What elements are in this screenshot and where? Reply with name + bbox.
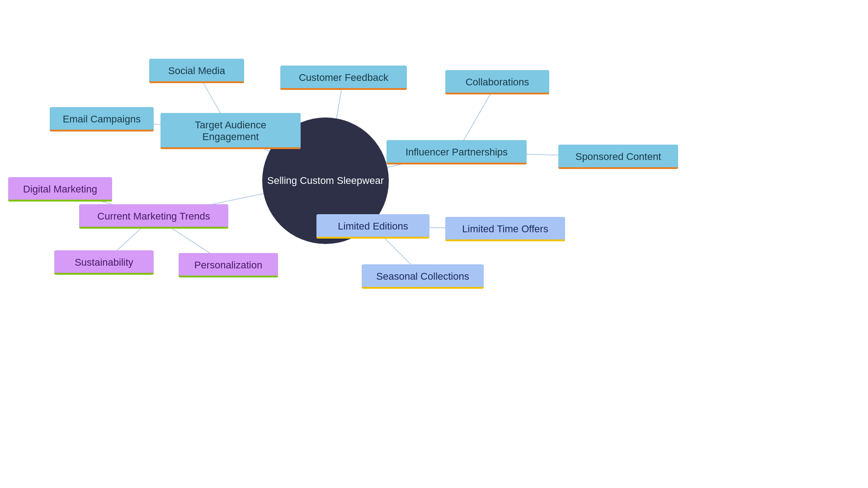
node-limited-editions[interactable]: Limited Editions: [316, 214, 429, 239]
node-label: Personalization: [194, 259, 262, 271]
node-label: Seasonal Collections: [376, 271, 469, 282]
node-limited-time-offers[interactable]: Limited Time Offers: [445, 217, 565, 241]
node-social-media[interactable]: Social Media: [149, 59, 244, 83]
node-target-audience[interactable]: Target Audience Engagement: [160, 113, 301, 149]
node-label: Influencer Partnerships: [406, 146, 508, 158]
center-label: Selling Custom Sleepwear: [267, 175, 384, 187]
node-seasonal-collections[interactable]: Seasonal Collections: [362, 264, 484, 289]
node-collaborations[interactable]: Collaborations: [445, 70, 549, 94]
node-label: Email Campaigns: [63, 113, 141, 125]
node-customer-feedback[interactable]: Customer Feedback: [280, 66, 407, 90]
node-label: Current Marketing Trends: [97, 211, 210, 222]
node-label: Limited Time Offers: [462, 223, 548, 235]
node-label: Sustainability: [75, 257, 133, 268]
node-label: Target Audience Engagement: [170, 119, 292, 143]
node-label: Digital Marketing: [23, 183, 97, 195]
node-digital-marketing[interactable]: Digital Marketing: [8, 177, 112, 202]
node-label: Social Media: [168, 65, 225, 77]
node-sustainability[interactable]: Sustainability: [54, 250, 154, 275]
node-current-marketing-trends[interactable]: Current Marketing Trends: [79, 204, 228, 229]
node-label: Collaborations: [466, 76, 529, 88]
node-influencer-partnerships[interactable]: Influencer Partnerships: [387, 140, 527, 164]
node-email-campaigns[interactable]: Email Campaigns: [50, 107, 154, 131]
node-sponsored-content[interactable]: Sponsored Content: [558, 145, 678, 169]
node-personalization[interactable]: Personalization: [179, 253, 278, 277]
node-label: Customer Feedback: [299, 72, 388, 84]
node-label: Limited Editions: [338, 221, 408, 232]
node-label: Sponsored Content: [576, 151, 661, 163]
